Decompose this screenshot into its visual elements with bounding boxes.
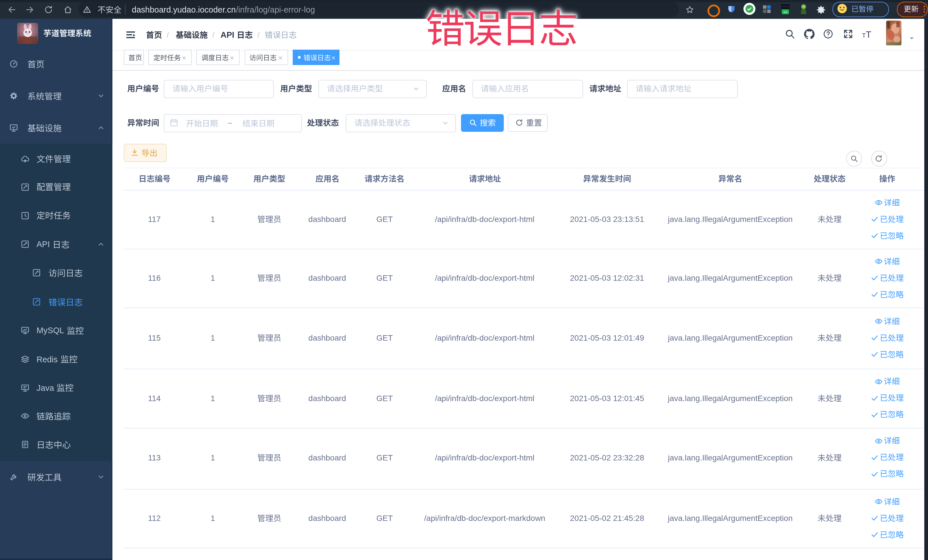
svg-text:on: on [784,10,787,14]
svg-text:T: T [862,32,866,39]
svg-text:T: T [866,29,871,40]
